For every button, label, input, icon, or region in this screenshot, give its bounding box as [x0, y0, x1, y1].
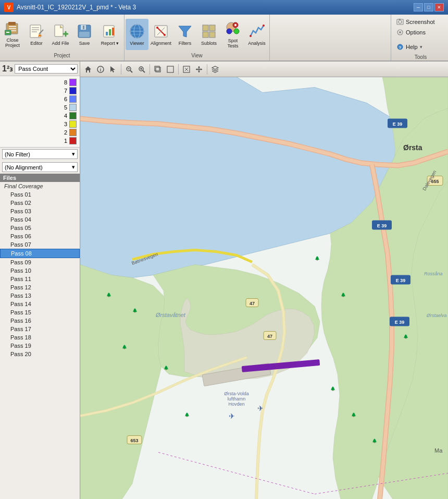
svg-point-49 — [399, 20, 402, 23]
pass-item-pass-17[interactable]: Pass 17 — [0, 325, 80, 333]
svg-point-47 — [263, 25, 265, 27]
options-label: Options — [406, 29, 426, 35]
legend-num-5: 5 — [57, 104, 67, 111]
add-file-label: Add File — [52, 41, 69, 46]
svg-rect-23 — [109, 29, 111, 35]
legend-dropdown[interactable]: Pass Count — [15, 64, 78, 74]
svg-rect-50 — [399, 19, 401, 20]
svg-text:🌲: 🌲 — [341, 292, 346, 297]
screenshot-label: Screenshot — [406, 19, 435, 25]
legend-row-4: 4 — [2, 112, 78, 120]
svg-rect-13 — [55, 25, 63, 36]
svg-marker-73 — [201, 68, 202, 70]
sublots-button[interactable]: Sublots — [197, 19, 220, 50]
save-button[interactable]: Save — [73, 19, 96, 50]
map-svg: E 39 E 39 E 39 E 39 655 47 47 653 — [80, 77, 448, 499]
pass-item-pass-06[interactable]: Pass 06 — [0, 232, 80, 240]
svg-text:Ørsta-Volda: Ørsta-Volda — [224, 391, 249, 396]
report-label: Report ▾ — [101, 41, 119, 46]
info-view-button[interactable]: i — [95, 64, 106, 75]
legend-row-2: 2 — [2, 128, 78, 137]
svg-line-61 — [130, 70, 132, 72]
map-area: i — [80, 62, 448, 499]
titlebar: V Avsnitt-01_IC_1920212V_1_pmd * - Veta … — [0, 0, 448, 15]
pass-item-pass-05[interactable]: Pass 05 — [0, 224, 80, 232]
close-project-label: CloseProject — [5, 38, 20, 48]
cursor-view-button[interactable] — [107, 64, 119, 75]
svg-point-45 — [234, 29, 239, 34]
svg-marker-77 — [198, 71, 200, 72]
legend-swatch-7 — [69, 87, 77, 94]
map-container[interactable]: E 39 E 39 E 39 E 39 655 47 47 653 — [80, 77, 448, 499]
view-sep-1 — [121, 64, 121, 75]
home-view-button[interactable] — [82, 64, 94, 75]
spot-tests-button[interactable]: Spot Tests — [221, 19, 244, 50]
svg-marker-78 — [212, 66, 218, 69]
no-filter-dropdown[interactable]: (No Filter) ▾ — [2, 149, 78, 159]
final-coverage-label[interactable]: Final Coverage — [0, 182, 80, 190]
toolbar-group-view: Viewer Alignment — [125, 15, 270, 60]
pass-item-pass-12[interactable]: Pass 12 — [0, 283, 80, 291]
close-button[interactable]: ✕ — [434, 3, 444, 11]
screenshot-button[interactable]: Screenshot — [395, 18, 444, 26]
close-project-button[interactable]: CloseProject — [1, 19, 24, 50]
legend-swatch-6 — [69, 95, 77, 103]
pass-item-pass-01[interactable]: Pass 01 — [0, 190, 80, 199]
options-button[interactable]: Options — [395, 28, 444, 36]
add-file-icon — [52, 23, 69, 40]
svg-marker-74 — [196, 68, 197, 70]
layers-button[interactable] — [209, 64, 221, 75]
pass-item-pass-04[interactable]: Pass 04 — [0, 215, 80, 224]
svg-text:47: 47 — [267, 334, 272, 339]
pass-item-pass-15[interactable]: Pass 15 — [0, 308, 80, 317]
svg-text:✈: ✈ — [229, 412, 235, 420]
pass-item-pass-11[interactable]: Pass 11 — [0, 275, 80, 283]
alignment-button[interactable]: Alignment — [150, 19, 172, 50]
spot-tests-icon — [225, 20, 241, 37]
legend-swatch-8 — [69, 79, 77, 86]
pass-item-pass-13[interactable]: Pass 13 — [0, 291, 80, 300]
help-button[interactable]: ? Help ▾ — [395, 43, 444, 51]
svg-text:47: 47 — [250, 301, 255, 306]
minimize-button[interactable]: ─ — [414, 3, 423, 11]
filters-button[interactable]: Filters — [173, 19, 196, 50]
pass-item-pass-08[interactable]: Pass 08 — [0, 249, 80, 258]
zoom-out-button[interactable] — [123, 64, 135, 75]
close-project-icon — [4, 20, 21, 37]
pass-item-pass-09[interactable]: Pass 09 — [0, 258, 80, 266]
maximize-button[interactable]: □ — [424, 3, 433, 11]
editor-button[interactable]: Editor — [25, 19, 48, 50]
zoom-in-button[interactable] — [136, 64, 147, 75]
fit-button[interactable] — [181, 64, 192, 75]
svg-rect-24 — [112, 28, 114, 35]
pass-item-pass-02[interactable]: Pass 02 — [0, 199, 80, 207]
svg-point-44 — [227, 29, 232, 34]
pass-item-pass-20[interactable]: Pass 20 — [0, 350, 80, 358]
legend-num-6: 6 — [57, 96, 67, 102]
copy1-button[interactable] — [152, 64, 164, 75]
pass-item-pass-18[interactable]: Pass 18 — [0, 333, 80, 342]
legend-swatch-2 — [69, 129, 77, 136]
viewer-icon — [129, 23, 145, 40]
svg-text:Rossåna: Rossåna — [424, 271, 443, 276]
pass-item-pass-16[interactable]: Pass 16 — [0, 317, 80, 325]
svg-text:653: 653 — [130, 438, 138, 443]
arrows-button[interactable] — [193, 64, 205, 75]
pass-item-pass-10[interactable]: Pass 10 — [0, 266, 80, 275]
pass-item-pass-03[interactable]: Pass 03 — [0, 207, 80, 215]
analysis-label: Analysis — [248, 41, 266, 46]
pass-item-pass-14[interactable]: Pass 14 — [0, 300, 80, 308]
no-alignment-dropdown[interactable]: (No Alignment) ▾ — [2, 162, 78, 172]
pass-item-pass-07[interactable]: Pass 07 — [0, 240, 80, 249]
pass-item-pass-19[interactable]: Pass 19 — [0, 342, 80, 350]
viewer-button[interactable]: Viewer — [126, 19, 148, 50]
analysis-button[interactable]: Analysis — [245, 19, 268, 50]
add-file-button[interactable]: Add File — [49, 19, 72, 50]
legend-row-5: 5 — [2, 103, 78, 112]
svg-rect-38 — [209, 25, 215, 31]
spot-tests-label: Spot Tests — [222, 38, 243, 48]
legend-num-2: 2 — [57, 129, 67, 136]
copy2-button[interactable] — [165, 64, 176, 75]
svg-marker-55 — [85, 66, 91, 72]
report-button[interactable]: Report ▾ — [97, 19, 123, 50]
